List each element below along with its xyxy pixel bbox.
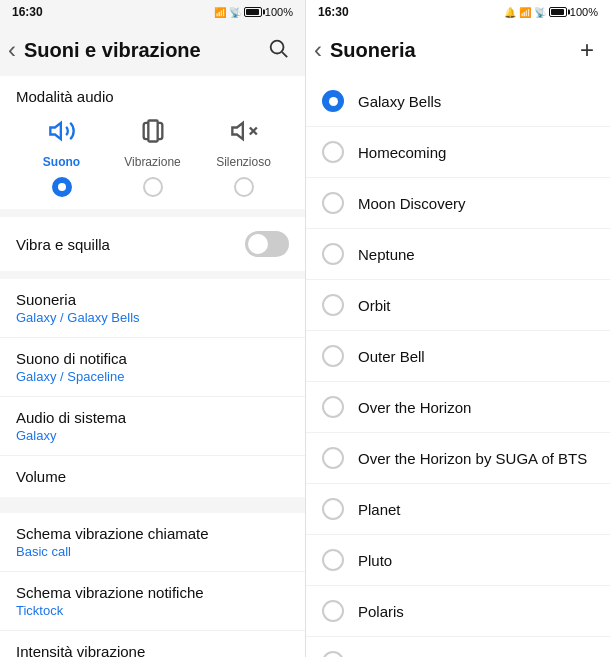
ringtone-radio-10[interactable] xyxy=(322,600,344,622)
ringtone-radio-3[interactable] xyxy=(322,243,344,265)
radio-silenzioso[interactable] xyxy=(198,177,289,197)
vibrazione-icon xyxy=(139,117,167,151)
left-status-icons: 📶 📡 100% xyxy=(214,6,293,18)
schema-chiamate-subtitle: Basic call xyxy=(16,544,289,559)
schema-notifiche-title: Schema vibrazione notifiche xyxy=(16,584,289,601)
right-header: ‹ Suoneria + xyxy=(306,24,610,76)
right-battery-icon xyxy=(549,7,567,17)
ringtone-item[interactable]: Over the Horizon xyxy=(306,382,610,433)
left-search-icon[interactable] xyxy=(263,33,293,68)
ringtone-name-1: Homecoming xyxy=(358,144,446,161)
ringtone-item[interactable]: Neptune xyxy=(306,229,610,280)
left-back-button[interactable]: ‹ xyxy=(8,32,24,68)
audio-mode-section: Modalità audio Suono xyxy=(0,76,305,209)
ringtone-item[interactable]: Over the Horizon by SUGA of BTS xyxy=(306,433,610,484)
ringtone-radio-0[interactable] xyxy=(322,90,344,112)
battery-icon xyxy=(244,7,262,17)
left-panel: 16:30 📶 📡 100% ‹ Suoni e vibrazione Moda… xyxy=(0,0,305,657)
right-status-bar: 16:30 🔔 📶 📡 100% xyxy=(306,0,610,24)
vibra-squilla-label: Vibra e squilla xyxy=(16,236,110,253)
ringtone-item[interactable]: Outer Bell xyxy=(306,331,610,382)
ringtone-item[interactable]: Homecoming xyxy=(306,127,610,178)
suoneria-subtitle: Galaxy / Galaxy Bells xyxy=(16,310,289,325)
audio-option-suono[interactable]: Suono xyxy=(16,117,107,169)
ringtone-name-8: Planet xyxy=(358,501,401,518)
radio-silenzioso-circle[interactable] xyxy=(234,177,254,197)
intensita-title: Intensità vibrazione xyxy=(16,643,289,657)
svg-marker-4 xyxy=(232,123,243,139)
ringtone-name-10: Polaris xyxy=(358,603,404,620)
ringtone-item[interactable]: Planet xyxy=(306,484,610,535)
ringtone-name-5: Outer Bell xyxy=(358,348,425,365)
ringtone-name-7: Over the Horizon by SUGA of BTS xyxy=(358,450,587,467)
svg-marker-2 xyxy=(50,123,61,139)
svg-point-0 xyxy=(271,40,284,53)
audio-mode-label: Modalità audio xyxy=(16,88,289,105)
suono-label: Suono xyxy=(43,155,80,169)
left-header: ‹ Suoni e vibrazione xyxy=(0,24,305,76)
menu-item-schema-notifiche[interactable]: Schema vibrazione notifiche Ticktock xyxy=(0,572,305,631)
radio-vibrazione-circle[interactable] xyxy=(143,177,163,197)
ringtone-radio-4[interactable] xyxy=(322,294,344,316)
right-panel: 16:30 🔔 📶 📡 100% ‹ Suoneria + Galaxy Bel… xyxy=(305,0,610,657)
right-time: 16:30 xyxy=(318,5,349,19)
separator-1 xyxy=(0,505,305,513)
menu-item-suono-notifica[interactable]: Suono di notifica Galaxy / Spaceline xyxy=(0,338,305,397)
ringtone-radio-1[interactable] xyxy=(322,141,344,163)
left-content: Modalità audio Suono xyxy=(0,76,305,657)
ringtone-item[interactable]: Pluto xyxy=(306,535,610,586)
schema-notifiche-subtitle: Ticktock xyxy=(16,603,289,618)
menu-group-2: Schema vibrazione chiamate Basic call Sc… xyxy=(0,513,305,657)
suono-notifica-title: Suono di notifica xyxy=(16,350,289,367)
ringtone-item[interactable]: Orbit xyxy=(306,280,610,331)
right-battery-pct: 100% xyxy=(570,6,598,18)
suono-icon xyxy=(48,117,76,151)
wifi-icon: 📶 xyxy=(214,7,226,18)
radio-suono-circle[interactable] xyxy=(52,177,72,197)
radio-vibrazione[interactable] xyxy=(107,177,198,197)
vibra-squilla-row: Vibra e squilla xyxy=(0,217,305,271)
right-page-title: Suoneria xyxy=(330,39,576,62)
menu-item-intensita[interactable]: Intensità vibrazione xyxy=(0,631,305,657)
ringtone-radio-5[interactable] xyxy=(322,345,344,367)
ringtone-radio-9[interactable] xyxy=(322,549,344,571)
svg-rect-3 xyxy=(148,121,157,142)
right-back-button[interactable]: ‹ xyxy=(314,32,330,68)
right-status-icons: 🔔 📶 📡 100% xyxy=(504,6,598,18)
audio-option-vibrazione[interactable]: Vibrazione xyxy=(107,117,198,169)
ringtone-item[interactable]: Moon Discovery xyxy=(306,178,610,229)
right-add-icon[interactable]: + xyxy=(576,32,598,68)
ringtone-item[interactable]: Polaris xyxy=(306,586,610,637)
menu-item-suoneria[interactable]: Suoneria Galaxy / Galaxy Bells xyxy=(0,279,305,338)
radio-suono[interactable] xyxy=(16,177,107,197)
menu-item-schema-chiamate[interactable]: Schema vibrazione chiamate Basic call xyxy=(0,513,305,572)
ringtone-item[interactable]: Galaxy Bells xyxy=(306,76,610,127)
menu-item-audio-sistema[interactable]: Audio di sistema Galaxy xyxy=(0,397,305,456)
audio-mode-options: Suono Vibrazione xyxy=(16,117,289,169)
suoneria-title: Suoneria xyxy=(16,291,289,308)
vibra-squilla-toggle[interactable] xyxy=(245,231,289,257)
left-status-bar: 16:30 📶 📡 100% xyxy=(0,0,305,24)
left-time: 16:30 xyxy=(12,5,43,19)
audio-sistema-title: Audio di sistema xyxy=(16,409,289,426)
schema-chiamate-title: Schema vibrazione chiamate xyxy=(16,525,289,542)
right-alarm-icon: 🔔 xyxy=(504,7,516,18)
ringtone-name-4: Orbit xyxy=(358,297,391,314)
ringtone-name-3: Neptune xyxy=(358,246,415,263)
ringtone-name-6: Over the Horizon xyxy=(358,399,471,416)
right-wifi-icon: 📶 xyxy=(519,7,531,18)
ringtone-item[interactable]: Puddles xyxy=(306,637,610,657)
ringtone-name-9: Pluto xyxy=(358,552,392,569)
ringtone-name-0: Galaxy Bells xyxy=(358,93,441,110)
menu-item-volume[interactable]: Volume xyxy=(0,456,305,497)
ringtone-radio-11[interactable] xyxy=(322,651,344,657)
ringtone-radio-6[interactable] xyxy=(322,396,344,418)
ringtone-radio-2[interactable] xyxy=(322,192,344,214)
audio-option-silenzioso[interactable]: Silenzioso xyxy=(198,117,289,169)
ringtone-name-2: Moon Discovery xyxy=(358,195,466,212)
ringtone-radio-7[interactable] xyxy=(322,447,344,469)
ringtone-radio-8[interactable] xyxy=(322,498,344,520)
audio-sistema-subtitle: Galaxy xyxy=(16,428,289,443)
right-signal-icon: 📡 xyxy=(534,7,546,18)
toggle-knob xyxy=(248,234,268,254)
